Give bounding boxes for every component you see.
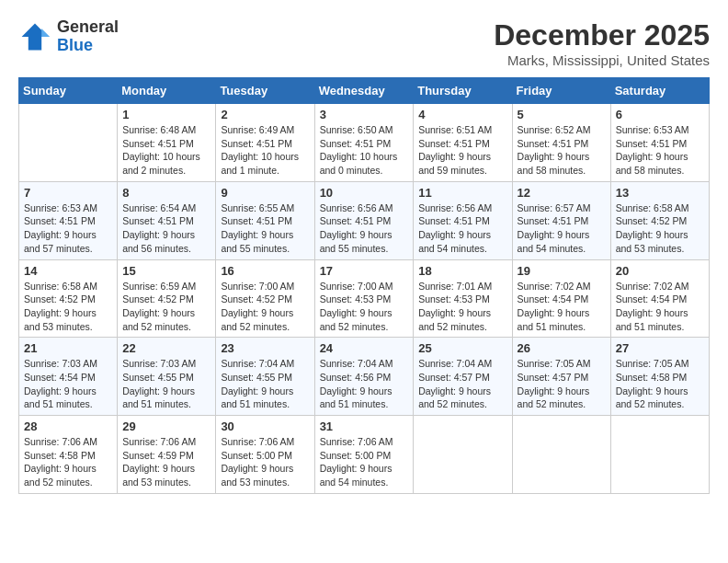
- calendar-cell: 22Sunrise: 7:03 AM Sunset: 4:55 PM Dayli…: [118, 338, 216, 416]
- day-number: 16: [221, 264, 309, 278]
- calendar-cell: 6Sunrise: 6:53 AM Sunset: 4:51 PM Daylig…: [610, 104, 709, 182]
- day-number: 8: [122, 186, 210, 200]
- day-number: 27: [616, 341, 704, 355]
- calendar-cell: 28Sunrise: 7:06 AM Sunset: 4:58 PM Dayli…: [19, 416, 118, 494]
- day-info: Sunrise: 6:48 AM Sunset: 4:51 PM Dayligh…: [122, 123, 210, 178]
- title-area: December 2025 Marks, Mississippi, United…: [494, 18, 710, 68]
- day-info: Sunrise: 6:53 AM Sunset: 4:51 PM Dayligh…: [24, 201, 112, 256]
- day-info: Sunrise: 7:04 AM Sunset: 4:56 PM Dayligh…: [320, 357, 409, 411]
- calendar-cell: [610, 416, 709, 494]
- calendar-header-wednesday: Wednesday: [314, 78, 414, 104]
- day-info: Sunrise: 6:56 AM Sunset: 4:51 PM Dayligh…: [320, 201, 409, 256]
- calendar-cell: 20Sunrise: 7:02 AM Sunset: 4:54 PM Dayli…: [610, 259, 709, 338]
- calendar-cell: 14Sunrise: 6:58 AM Sunset: 4:52 PM Dayli…: [19, 259, 118, 338]
- calendar-cell: 5Sunrise: 6:52 AM Sunset: 4:51 PM Daylig…: [512, 104, 610, 182]
- calendar-week-row: 7Sunrise: 6:53 AM Sunset: 4:51 PM Daylig…: [19, 181, 710, 259]
- calendar-cell: 11Sunrise: 6:56 AM Sunset: 4:51 PM Dayli…: [414, 181, 512, 259]
- day-number: 2: [221, 108, 309, 121]
- day-number: 14: [24, 264, 112, 278]
- calendar-cell: 27Sunrise: 7:05 AM Sunset: 4:58 PM Dayli…: [610, 338, 709, 416]
- calendar-cell: 18Sunrise: 7:01 AM Sunset: 4:53 PM Dayli…: [414, 259, 512, 338]
- calendar-cell: 2Sunrise: 6:49 AM Sunset: 4:51 PM Daylig…: [216, 104, 314, 182]
- day-info: Sunrise: 7:01 AM Sunset: 4:53 PM Dayligh…: [418, 280, 506, 334]
- day-info: Sunrise: 7:06 AM Sunset: 5:00 PM Dayligh…: [320, 435, 409, 489]
- calendar-cell: 19Sunrise: 7:02 AM Sunset: 4:54 PM Dayli…: [512, 259, 610, 338]
- day-number: 13: [616, 186, 704, 200]
- calendar-cell: 12Sunrise: 6:57 AM Sunset: 4:51 PM Dayli…: [512, 181, 610, 259]
- day-info: Sunrise: 6:54 AM Sunset: 4:51 PM Dayligh…: [122, 201, 210, 256]
- calendar-week-row: 21Sunrise: 7:03 AM Sunset: 4:54 PM Dayli…: [19, 338, 710, 416]
- day-number: 6: [616, 108, 704, 121]
- day-info: Sunrise: 6:58 AM Sunset: 4:52 PM Dayligh…: [24, 280, 112, 334]
- calendar-header-friday: Friday: [512, 78, 610, 104]
- day-number: 10: [320, 186, 409, 200]
- day-number: 17: [320, 264, 409, 278]
- day-number: 3: [320, 108, 409, 121]
- day-info: Sunrise: 6:58 AM Sunset: 4:52 PM Dayligh…: [616, 201, 704, 256]
- calendar-cell: 24Sunrise: 7:04 AM Sunset: 4:56 PM Dayli…: [314, 338, 414, 416]
- calendar-header-sunday: Sunday: [19, 78, 118, 104]
- day-info: Sunrise: 7:00 AM Sunset: 4:53 PM Dayligh…: [320, 280, 409, 334]
- day-info: Sunrise: 6:49 AM Sunset: 4:51 PM Dayligh…: [221, 123, 309, 178]
- day-number: 28: [24, 419, 112, 433]
- day-info: Sunrise: 7:03 AM Sunset: 4:54 PM Dayligh…: [24, 357, 112, 411]
- calendar-cell: [19, 104, 118, 182]
- logo-text: General Blue: [57, 18, 119, 55]
- day-number: 20: [616, 264, 704, 278]
- day-info: Sunrise: 6:57 AM Sunset: 4:51 PM Dayligh…: [518, 201, 606, 256]
- svg-marker-1: [41, 29, 50, 37]
- day-info: Sunrise: 7:05 AM Sunset: 4:58 PM Dayligh…: [616, 357, 704, 411]
- calendar-cell: 10Sunrise: 6:56 AM Sunset: 4:51 PM Dayli…: [314, 181, 414, 259]
- calendar-cell: 21Sunrise: 7:03 AM Sunset: 4:54 PM Dayli…: [19, 338, 118, 416]
- calendar-cell: 16Sunrise: 7:00 AM Sunset: 4:52 PM Dayli…: [216, 259, 314, 338]
- day-number: 11: [418, 186, 506, 200]
- day-info: Sunrise: 7:02 AM Sunset: 4:54 PM Dayligh…: [518, 280, 606, 334]
- day-info: Sunrise: 6:56 AM Sunset: 4:51 PM Dayligh…: [418, 201, 506, 256]
- calendar-header-tuesday: Tuesday: [216, 78, 314, 104]
- day-info: Sunrise: 7:06 AM Sunset: 4:59 PM Dayligh…: [122, 435, 210, 489]
- day-number: 21: [24, 341, 112, 355]
- day-number: 29: [122, 419, 210, 433]
- day-info: Sunrise: 7:04 AM Sunset: 4:57 PM Dayligh…: [418, 357, 506, 411]
- calendar-cell: [512, 416, 610, 494]
- calendar-header-thursday: Thursday: [414, 78, 512, 104]
- logo-icon: [18, 20, 51, 53]
- calendar-cell: 15Sunrise: 6:59 AM Sunset: 4:52 PM Dayli…: [118, 259, 216, 338]
- day-info: Sunrise: 7:00 AM Sunset: 4:52 PM Dayligh…: [221, 280, 309, 334]
- day-info: Sunrise: 6:50 AM Sunset: 4:51 PM Dayligh…: [320, 123, 409, 178]
- page-title: December 2025: [494, 18, 710, 52]
- day-info: Sunrise: 7:03 AM Sunset: 4:55 PM Dayligh…: [122, 357, 210, 411]
- calendar-header-monday: Monday: [118, 78, 216, 104]
- calendar-cell: 4Sunrise: 6:51 AM Sunset: 4:51 PM Daylig…: [414, 104, 512, 182]
- calendar-cell: 1Sunrise: 6:48 AM Sunset: 4:51 PM Daylig…: [118, 104, 216, 182]
- day-info: Sunrise: 6:53 AM Sunset: 4:51 PM Dayligh…: [616, 123, 704, 178]
- calendar-cell: 30Sunrise: 7:06 AM Sunset: 5:00 PM Dayli…: [216, 416, 314, 494]
- calendar-cell: 13Sunrise: 6:58 AM Sunset: 4:52 PM Dayli…: [610, 181, 709, 259]
- day-info: Sunrise: 7:05 AM Sunset: 4:57 PM Dayligh…: [518, 357, 606, 411]
- calendar-cell: 3Sunrise: 6:50 AM Sunset: 4:51 PM Daylig…: [314, 104, 414, 182]
- calendar-table: SundayMondayTuesdayWednesdayThursdayFrid…: [18, 77, 710, 494]
- day-info: Sunrise: 7:04 AM Sunset: 4:55 PM Dayligh…: [221, 357, 309, 411]
- calendar-header-saturday: Saturday: [610, 78, 709, 104]
- page-subtitle: Marks, Mississippi, United States: [494, 52, 710, 68]
- calendar-cell: 29Sunrise: 7:06 AM Sunset: 4:59 PM Dayli…: [118, 416, 216, 494]
- calendar-week-row: 14Sunrise: 6:58 AM Sunset: 4:52 PM Dayli…: [19, 259, 710, 338]
- day-number: 26: [518, 341, 606, 355]
- logo-line2: Blue: [57, 37, 119, 55]
- day-info: Sunrise: 6:52 AM Sunset: 4:51 PM Dayligh…: [518, 123, 606, 178]
- calendar-cell: 8Sunrise: 6:54 AM Sunset: 4:51 PM Daylig…: [118, 181, 216, 259]
- calendar-cell: [414, 416, 512, 494]
- day-number: 1: [122, 108, 210, 121]
- day-number: 25: [418, 341, 506, 355]
- logo: General Blue: [18, 18, 119, 55]
- calendar-cell: 26Sunrise: 7:05 AM Sunset: 4:57 PM Dayli…: [512, 338, 610, 416]
- calendar-cell: 7Sunrise: 6:53 AM Sunset: 4:51 PM Daylig…: [19, 181, 118, 259]
- day-number: 24: [320, 341, 409, 355]
- day-info: Sunrise: 6:51 AM Sunset: 4:51 PM Dayligh…: [418, 123, 506, 178]
- logo-line1: General: [57, 18, 119, 37]
- calendar-cell: 31Sunrise: 7:06 AM Sunset: 5:00 PM Dayli…: [314, 416, 414, 494]
- day-info: Sunrise: 6:55 AM Sunset: 4:51 PM Dayligh…: [221, 201, 309, 256]
- calendar-week-row: 28Sunrise: 7:06 AM Sunset: 4:58 PM Dayli…: [19, 416, 710, 494]
- calendar-cell: 9Sunrise: 6:55 AM Sunset: 4:51 PM Daylig…: [216, 181, 314, 259]
- day-number: 15: [122, 264, 210, 278]
